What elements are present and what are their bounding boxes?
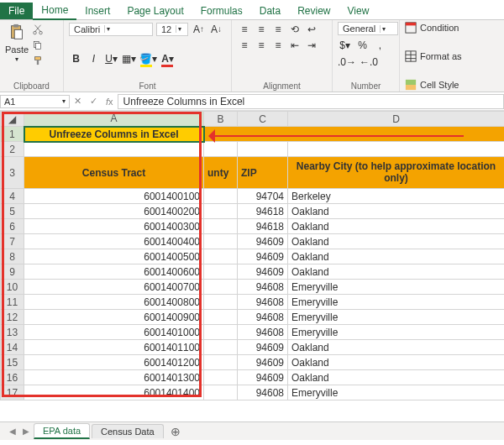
tab-view[interactable]: View <box>339 3 378 19</box>
cell-county[interactable] <box>204 234 238 249</box>
decrease-indent-icon[interactable]: ⇤ <box>287 38 302 52</box>
cell-city[interactable]: Oakland <box>288 264 505 280</box>
cell-zip[interactable]: 94618 <box>238 219 288 234</box>
name-box[interactable]: A1▾ <box>0 95 70 108</box>
cell-tract[interactable]: 6001400100 <box>24 189 204 204</box>
cell-county[interactable] <box>204 310 238 325</box>
col-header-a[interactable]: A <box>24 112 204 127</box>
tab-home[interactable]: Home <box>33 2 76 20</box>
cell-city[interactable]: Oakland <box>288 355 505 370</box>
header-census-tract[interactable]: Census Tract <box>24 157 204 189</box>
cell-county[interactable] <box>204 204 238 219</box>
cell-city[interactable]: Emeryville <box>288 385 505 400</box>
paste-button[interactable]: Paste ▾ <box>5 22 29 70</box>
cell-county[interactable] <box>204 280 238 295</box>
cell-city[interactable]: Oakland <box>288 204 505 219</box>
wrap-text-icon[interactable]: ↩ <box>304 22 319 36</box>
cell-zip[interactable]: 94609 <box>238 370 288 385</box>
bold-button[interactable]: B <box>69 52 83 66</box>
cell-tract[interactable]: 6001400900 <box>24 310 204 325</box>
cell-tract[interactable]: 6001400400 <box>24 234 204 249</box>
increase-font-icon[interactable]: A↑ <box>192 22 206 36</box>
cell-city[interactable]: Oakland <box>288 219 505 234</box>
formula-bar[interactable]: Unfreeze Columns in Excel <box>118 94 504 109</box>
format-as-table-button[interactable]: Format as <box>405 50 499 62</box>
row-header-1[interactable]: 1 <box>1 127 24 142</box>
cell-zip[interactable]: 94608 <box>238 385 288 400</box>
col-header-b[interactable]: B <box>204 112 238 127</box>
border-button[interactable]: ▦▾ <box>122 52 136 66</box>
enter-icon[interactable]: ✓ <box>86 96 102 107</box>
sheet-tab-census-data[interactable]: Census Data <box>92 424 164 438</box>
underline-button[interactable]: U▾ <box>104 52 118 66</box>
cell-city[interactable]: Berkeley <box>288 189 505 204</box>
increase-decimal-icon[interactable]: .0→ <box>338 55 356 69</box>
cancel-icon[interactable]: ✕ <box>70 96 86 107</box>
number-format-combo[interactable]: General▾ <box>338 22 398 35</box>
align-middle-icon[interactable]: ≡ <box>254 22 269 36</box>
fx-icon[interactable]: fx <box>102 97 118 107</box>
font-name-combo[interactable]: Calibri▾ <box>69 23 153 36</box>
font-size-combo[interactable]: 12▾ <box>156 23 188 36</box>
new-sheet-button[interactable]: ⊕ <box>165 425 186 438</box>
row-header-2[interactable]: 2 <box>1 142 24 157</box>
sheet-nav-next[interactable]: ▶ <box>20 427 32 436</box>
cell-tract[interactable]: 6001401100 <box>24 340 204 355</box>
increase-indent-icon[interactable]: ⇥ <box>304 38 319 52</box>
cell-tract[interactable]: 6001400300 <box>24 219 204 234</box>
cell-styles-button[interactable]: Cell Style <box>405 79 499 91</box>
align-left-icon[interactable]: ≡ <box>237 38 252 52</box>
cell-tract[interactable]: 6001400700 <box>24 280 204 295</box>
col-header-d[interactable]: D <box>288 112 505 127</box>
row-header[interactable]: 9 <box>1 264 24 280</box>
percent-icon[interactable]: % <box>355 38 370 52</box>
tab-page-layout[interactable]: Page Layout <box>118 3 192 19</box>
row-header[interactable]: 6 <box>1 219 24 234</box>
cell-zip[interactable]: 94609 <box>238 264 288 280</box>
cell-zip[interactable]: 94704 <box>238 189 288 204</box>
cell-tract[interactable]: 6001400800 <box>24 295 204 310</box>
row-header[interactable]: 4 <box>1 189 24 204</box>
row-header[interactable]: 5 <box>1 204 24 219</box>
cell-city[interactable]: Emeryville <box>288 280 505 295</box>
header-county[interactable]: unty <box>204 157 238 189</box>
cut-icon[interactable] <box>32 24 44 38</box>
tab-file[interactable]: File <box>0 3 33 19</box>
cell-tract[interactable]: 6001401300 <box>24 370 204 385</box>
cell-city[interactable]: Emeryville <box>288 325 505 340</box>
cell-city[interactable]: Oakland <box>288 234 505 249</box>
row-header[interactable]: 15 <box>1 355 24 370</box>
row-header[interactable]: 17 <box>1 385 24 400</box>
row-header[interactable]: 13 <box>1 325 24 340</box>
select-all-corner[interactable]: ◢ <box>1 112 24 127</box>
cell-a2[interactable] <box>24 142 204 157</box>
cell-county[interactable] <box>204 264 238 280</box>
cell-a1[interactable]: Unfreeze Columns in Excel <box>24 127 204 142</box>
cell-county[interactable] <box>204 295 238 310</box>
align-right-icon[interactable]: ≡ <box>270 38 286 52</box>
row-header[interactable]: 10 <box>1 280 24 295</box>
tab-insert[interactable]: Insert <box>76 3 118 19</box>
copy-icon[interactable] <box>32 39 44 54</box>
cell-county[interactable] <box>204 370 238 385</box>
tab-review[interactable]: Review <box>289 3 339 19</box>
cell-city[interactable]: Oakland <box>288 249 505 264</box>
cell-city[interactable]: Emeryville <box>288 310 505 325</box>
cell-zip[interactable]: 94608 <box>238 310 288 325</box>
cell-city[interactable]: Emeryville <box>288 295 505 310</box>
currency-icon[interactable]: $▾ <box>338 38 352 52</box>
cell-zip[interactable]: 94618 <box>238 204 288 219</box>
cell-county[interactable] <box>204 249 238 264</box>
cell-tract[interactable]: 6001400500 <box>24 249 204 264</box>
font-color-button[interactable]: A▾ <box>160 52 175 66</box>
align-bottom-icon[interactable]: ≡ <box>270 22 286 36</box>
cell-tract[interactable]: 6001401200 <box>24 355 204 370</box>
cell-tract[interactable]: 6001400600 <box>24 264 204 280</box>
tab-formulas[interactable]: Formulas <box>192 3 251 19</box>
cell-county[interactable] <box>204 189 238 204</box>
cell-county[interactable] <box>204 340 238 355</box>
row-header[interactable]: 11 <box>1 295 24 310</box>
decrease-font-icon[interactable]: A↓ <box>209 22 223 36</box>
row-header[interactable]: 8 <box>1 249 24 264</box>
cell-zip[interactable]: 94609 <box>238 340 288 355</box>
